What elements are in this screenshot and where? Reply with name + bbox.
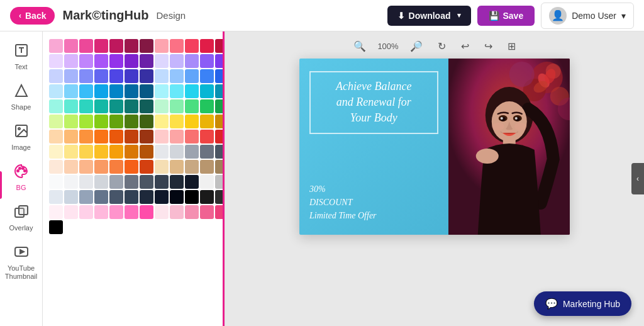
zoom-out-button[interactable]: 🔍 [350,38,370,55]
color-swatch[interactable] [109,115,123,128]
color-swatch[interactable] [109,99,123,113]
color-swatch[interactable] [185,99,199,113]
color-swatch[interactable] [49,205,63,219]
color-swatch[interactable] [185,175,199,189]
color-swatch[interactable] [64,84,78,98]
color-swatch[interactable] [49,190,63,204]
color-swatch[interactable] [64,99,78,113]
color-swatch[interactable] [125,69,138,83]
redo-button[interactable]: ↪ [480,38,496,55]
color-swatch[interactable] [64,160,78,174]
color-swatch[interactable] [94,145,108,159]
color-swatch[interactable] [200,175,214,189]
color-swatch[interactable] [185,190,199,204]
color-swatch[interactable] [185,84,199,98]
color-swatch[interactable] [79,130,93,143]
color-swatch[interactable] [79,160,93,174]
color-swatch[interactable] [185,115,199,128]
color-swatch[interactable] [155,160,169,174]
color-swatch[interactable] [49,39,63,53]
color-swatch[interactable] [49,84,63,98]
color-swatch[interactable] [94,54,108,68]
color-swatch[interactable] [140,175,153,189]
color-swatch[interactable] [125,115,138,128]
color-swatch[interactable] [170,130,184,143]
undo-button[interactable]: ↩ [457,38,473,55]
color-swatch[interactable] [140,130,153,143]
color-swatch[interactable] [79,39,93,53]
zoom-in-button[interactable]: 🔎 [406,38,426,55]
color-swatch[interactable] [109,84,123,98]
color-swatch[interactable] [185,160,199,174]
color-swatch[interactable] [170,39,184,53]
color-swatch[interactable] [49,69,63,83]
sidebar-item-image[interactable]: Image [3,118,40,156]
color-swatch[interactable] [79,190,93,204]
color-swatch[interactable] [170,145,184,159]
color-swatch[interactable] [79,115,93,128]
color-swatch[interactable] [49,130,63,143]
color-swatch[interactable] [170,115,184,128]
color-swatch[interactable] [64,205,78,219]
color-swatch[interactable] [140,190,153,204]
color-swatch[interactable] [125,54,138,68]
back-button[interactable]: ‹ Back [10,7,55,25]
color-swatch[interactable] [140,160,153,174]
color-swatch[interactable] [155,39,169,53]
color-swatch[interactable] [109,69,123,83]
color-swatch[interactable] [200,84,214,98]
color-swatch[interactable] [200,130,214,143]
color-swatch[interactable] [185,54,199,68]
color-swatch[interactable] [140,115,153,128]
color-swatch[interactable] [185,130,199,143]
color-swatch[interactable] [125,39,138,53]
color-swatch[interactable] [185,145,199,159]
color-swatch[interactable] [125,160,138,174]
color-swatch[interactable] [125,145,138,159]
user-menu-button[interactable]: 👤 Demo User ▾ [541,3,634,29]
rotate-button[interactable]: ↻ [434,38,450,55]
color-swatch[interactable] [155,99,169,113]
color-swatch[interactable] [79,99,93,113]
color-swatch[interactable] [200,115,214,128]
color-swatch[interactable] [140,99,153,113]
color-swatch[interactable] [94,39,108,53]
color-swatch[interactable] [185,69,199,83]
color-swatch[interactable] [64,130,78,143]
color-swatch[interactable] [64,39,78,53]
color-swatch[interactable] [155,145,169,159]
color-swatch[interactable] [200,160,214,174]
color-swatch[interactable] [140,39,153,53]
color-swatch[interactable] [109,54,123,68]
color-swatch[interactable] [125,175,138,189]
color-swatch[interactable] [49,145,63,159]
color-swatch[interactable] [140,54,153,68]
color-swatch[interactable] [94,160,108,174]
color-swatch[interactable] [140,145,153,159]
grid-button[interactable]: ⊞ [504,38,519,55]
color-swatch[interactable] [109,160,123,174]
color-swatch[interactable] [170,205,184,219]
save-button[interactable]: 💾 Save [477,6,535,26]
color-swatch[interactable] [109,130,123,143]
color-swatch[interactable] [185,39,199,53]
color-swatch[interactable] [79,69,93,83]
color-swatch[interactable] [109,205,123,219]
color-swatch[interactable] [170,99,184,113]
color-swatch[interactable] [155,54,169,68]
color-swatch[interactable] [109,190,123,204]
color-swatch[interactable] [155,115,169,128]
color-swatch[interactable] [79,205,93,219]
color-swatch[interactable] [155,205,169,219]
color-swatch[interactable] [170,175,184,189]
color-swatch[interactable] [200,190,214,204]
sidebar-item-shape[interactable]: Shape [3,78,40,116]
color-swatch[interactable] [94,115,108,128]
color-swatch[interactable] [155,130,169,143]
chat-bubble[interactable]: 💬 Marketing Hub [534,291,631,316]
color-swatch[interactable] [94,205,108,219]
color-swatch[interactable] [140,205,153,219]
color-swatch[interactable] [109,145,123,159]
color-swatch-black[interactable] [49,220,63,234]
color-swatch[interactable] [200,205,214,219]
